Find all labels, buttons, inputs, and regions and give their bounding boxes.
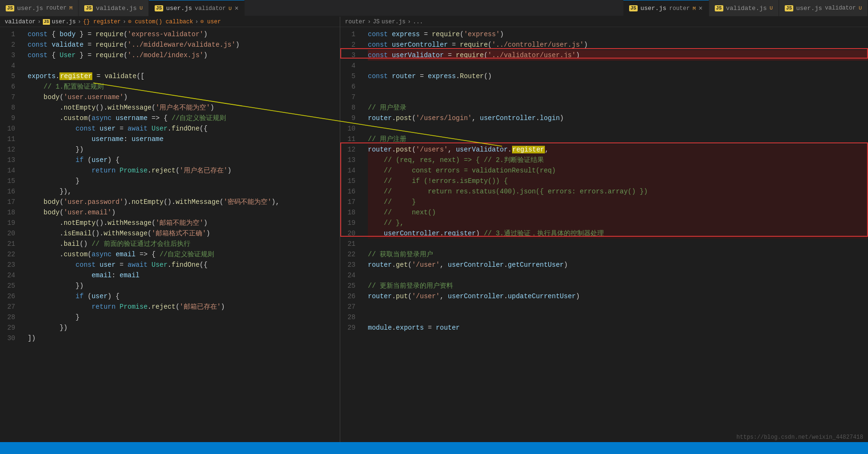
code-line: [28, 61, 340, 71]
left-code-content: const { body } = require('express-valida…: [20, 27, 340, 442]
tab-label: user.js: [796, 5, 822, 12]
code-line: username: username: [28, 134, 340, 144]
status-bar: [0, 442, 868, 454]
code-line: return Promise.reject('用户名已存在'): [28, 165, 340, 176]
code-line: [368, 239, 868, 249]
code-line: email: email: [28, 270, 340, 281]
right-code-area: 12345 678910 1112131415 1617181920 21222…: [340, 27, 868, 442]
code-line: const router = express.Router(): [368, 71, 868, 81]
code-line: if (user) {: [28, 291, 340, 302]
code-line: .isEmail().withMessage('邮箱格式不正确'): [28, 228, 340, 239]
code-line: router.get('/user', userController.getCu…: [368, 260, 868, 270]
js-icon: JS: [6, 5, 14, 11]
code-line: [368, 92, 868, 102]
code-line: const express = require('express'): [368, 29, 868, 40]
tab-close-button[interactable]: ×: [699, 5, 702, 12]
js-icon: JS: [155, 5, 163, 11]
code-line: [368, 123, 868, 134]
tab-badge: U: [858, 5, 862, 11]
code-line: return Promise.reject('邮箱已存在'): [28, 302, 340, 312]
breadcrumb-js-icon: JS: [373, 19, 379, 25]
breadcrumb-validator: validator: [5, 19, 36, 25]
right-line-numbers: 12345 678910 1112131415 1617181920 21222…: [340, 27, 360, 442]
js-icon: JS: [785, 5, 793, 11]
code-line: // 用户登录: [368, 102, 868, 113]
tab-close-button[interactable]: ×: [235, 5, 238, 12]
tab-right-user-js-validator[interactable]: JS user.js validator U: [779, 0, 868, 16]
tab-badge: U: [769, 5, 773, 11]
left-code-area: 12345 678910 1112131415 1617181920 21222…: [0, 27, 340, 442]
tab-context: router: [669, 5, 690, 12]
main-layout: validator › JS user.js › {} register › ⊙…: [0, 17, 868, 442]
code-line: // 获取当前登录用户: [368, 249, 868, 260]
js-icon: JS: [629, 5, 638, 11]
code-line: }): [28, 281, 340, 291]
code-line: // },: [368, 218, 868, 228]
code-line: }),: [28, 186, 340, 197]
code-line: .custom(async email => { //自定义验证规则: [28, 249, 340, 260]
js-icon: JS: [715, 5, 723, 11]
tab-label: validate.js: [96, 5, 137, 12]
code-line: .custom(async username => { //自定义验证规则: [28, 113, 340, 123]
tab-badge: M: [69, 5, 73, 11]
code-line: body('user.email'): [28, 207, 340, 218]
tab-user-js-router[interactable]: JS user.js router M: [0, 0, 79, 16]
breadcrumb-userjs: user.js: [382, 19, 405, 25]
tab-label: user.js: [641, 5, 667, 12]
code-line: // (req, res, next) => { // 2.判断验证结果: [368, 155, 868, 165]
tab-label: user.js: [17, 5, 43, 12]
breadcrumb-register: {} register: [83, 19, 120, 25]
tab-context: validator: [825, 5, 856, 11]
code-line: const { body } = require('express-valida…: [28, 29, 340, 40]
left-tab-bar: JS user.js router M JS validate.js U JS …: [0, 0, 868, 17]
code-line: const user = await User.findOne({: [28, 260, 340, 270]
tab-badge: U: [139, 5, 143, 11]
breadcrumb-userjs: user.js: [52, 19, 76, 25]
tab-badge: U: [228, 6, 232, 11]
code-line: // return res.status(400).json({ errors:…: [368, 186, 868, 197]
tab-label: user.js: [166, 5, 192, 12]
right-panel: router › JS user.js › ... 12345 678910 1…: [340, 17, 868, 442]
tab-right-validate-js[interactable]: JS validate.js U: [709, 0, 779, 16]
code-line: // if (!errors.isEmpty()) {: [368, 176, 868, 186]
breadcrumb-js-icon: JS: [43, 19, 50, 25]
code-line: if (user) {: [28, 155, 340, 165]
code-line: router.post('/users', userValidator.regi…: [368, 144, 868, 155]
tab-context: router: [46, 5, 67, 11]
code-line: body('user.username'): [28, 92, 340, 102]
tab-validate-js[interactable]: JS validate.js U: [79, 0, 148, 16]
breadcrumb-user: ⊙ user: [200, 18, 221, 25]
code-line: .notEmpty().withMessage('邮箱不能为空'): [28, 218, 340, 228]
breadcrumb-ellipsis: ...: [413, 19, 423, 25]
code-line: const user = await User.findOne({: [28, 123, 340, 134]
code-line: [368, 81, 868, 92]
code-line: const userValidator = require('../valida…: [368, 50, 868, 61]
tab-spacer: [245, 0, 623, 16]
tab-badge: M: [692, 6, 696, 11]
tab-right-user-js-router[interactable]: JS user.js router M ×: [623, 0, 709, 16]
code-line: // 更新当前登录的用户资料: [368, 281, 868, 291]
tab-user-js-validator[interactable]: JS user.js validator U ×: [149, 0, 245, 16]
code-line: }): [28, 323, 340, 333]
code-line: [368, 312, 868, 323]
code-line: [368, 270, 868, 281]
left-panel: validator › JS user.js › {} register › ⊙…: [0, 17, 340, 442]
code-line: // 用户注册: [368, 134, 868, 144]
code-line: const validate = require('../middleware/…: [28, 40, 340, 50]
breadcrumb-router: router: [345, 19, 365, 25]
right-breadcrumb: router › JS user.js › ...: [340, 17, 868, 27]
code-line: }: [28, 176, 340, 186]
code-line: module.exports = router: [368, 323, 868, 333]
code-line: [368, 61, 868, 71]
code-line: body('user.password').notEmpty().withMes…: [28, 197, 340, 207]
code-line: router.post('/users/login', userControll…: [368, 113, 868, 123]
left-breadcrumb: validator › JS user.js › {} register › ⊙…: [0, 17, 340, 27]
code-line: // next(): [368, 207, 868, 218]
right-code-content: const express = require('express') const…: [360, 27, 868, 442]
code-line: }): [28, 144, 340, 155]
code-line: }: [28, 312, 340, 323]
code-line: [368, 302, 868, 312]
code-line: const { User } = require('../model/index…: [28, 50, 340, 61]
breadcrumb-custom-callback: ⊙ custom() callback: [128, 18, 193, 25]
code-line: ]): [28, 333, 340, 343]
